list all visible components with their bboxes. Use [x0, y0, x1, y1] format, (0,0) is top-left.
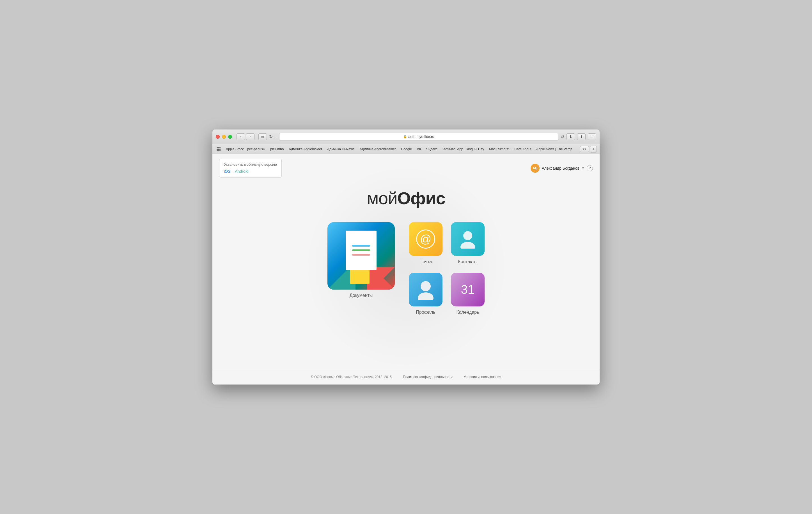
bookmark-applenews-verge[interactable]: Apple News | The Verge	[534, 146, 575, 152]
share-icon: ⬆	[580, 135, 583, 139]
page-footer: © ООО «Новые Облачные Технологии», 2013–…	[212, 369, 600, 384]
lock-icon: 🔒	[403, 135, 407, 138]
address-bar-area: ↻ ↓ 🔒 auth.myoffice.ru ↺	[269, 133, 564, 141]
fullscreen-button[interactable]	[228, 135, 232, 139]
fullscreen-icon: ⊡	[590, 135, 593, 139]
download-button[interactable]: ⬇	[567, 133, 575, 140]
mail-label: Почта	[419, 259, 432, 264]
dropdown-arrow[interactable]: ▼	[582, 167, 584, 170]
contacts-label: Контакты	[458, 259, 477, 264]
calendar-label: Календарь	[457, 310, 479, 315]
bookmarks-bar: Apple (Росс…рес-релизы picjumbo Админка …	[212, 144, 600, 154]
bookmark-picjumbo[interactable]: picjumbo	[268, 146, 286, 152]
fullscreen-toggle-button[interactable]: ⊡	[588, 133, 596, 140]
svg-rect-2	[220, 147, 221, 148]
documents-label: Документы	[350, 293, 373, 298]
svg-rect-5	[220, 148, 221, 150]
mac-window: ‹ › ⊞ ↻ ↓ 🔒 auth.myoffice.ru ↺ ⬇ ⬆	[212, 130, 600, 384]
download-icon[interactable]: ↓	[275, 135, 277, 139]
back-button[interactable]: ‹	[236, 133, 245, 140]
docs-paper	[346, 231, 377, 270]
svg-rect-7	[218, 150, 219, 151]
at-circle: @	[416, 229, 435, 249]
install-mobile-box: Установить мобильную версию iOS Android	[219, 159, 282, 178]
docs-line-2	[352, 249, 370, 251]
traffic-lights	[216, 135, 232, 139]
ios-link[interactable]: iOS	[224, 168, 230, 174]
bookmark-yandex[interactable]: Яндекс	[424, 146, 440, 152]
add-bookmark-button[interactable]: +	[590, 146, 597, 153]
title-bar: ‹ › ⊞ ↻ ↓ 🔒 auth.myoffice.ru ↺ ⬇ ⬆	[212, 130, 600, 144]
profile-icon	[409, 273, 442, 306]
install-title: Установить мобильную версию	[224, 162, 277, 167]
install-links: iOS Android	[224, 168, 277, 174]
bookmark-more-area: >> +	[580, 146, 597, 153]
app-card-profile[interactable]: Профиль	[409, 273, 442, 315]
help-button[interactable]: ?	[587, 165, 593, 171]
page-content: Установить мобильную версию iOS Android …	[212, 154, 600, 384]
person-icon	[459, 229, 476, 249]
app-card-calendar[interactable]: 31 Календарь	[451, 273, 485, 315]
copyright-text: © ООО «Новые Облачные Технологии», 2013–…	[311, 375, 392, 379]
bookmark-hinews-admin[interactable]: Админка Hi-News	[325, 146, 357, 152]
terms-link[interactable]: Условия использования	[464, 375, 501, 379]
android-link[interactable]: Android	[235, 168, 248, 174]
contacts-icon	[451, 222, 485, 256]
bookmark-9to5mac[interactable]: 9to5Mac: App…king All Day	[440, 146, 486, 152]
right-apps-grid: @ Почта Контакты	[409, 222, 485, 315]
share-button[interactable]: ⬆	[577, 133, 586, 140]
bookmark-more-button[interactable]: >>	[580, 146, 589, 152]
svg-rect-6	[216, 150, 218, 151]
apps-grid-icon[interactable]	[215, 146, 222, 153]
close-button[interactable]	[216, 135, 220, 139]
apps-layout: Документы @ Почта	[327, 222, 485, 315]
address-bar[interactable]: 🔒 auth.myoffice.ru	[279, 133, 558, 141]
url-text: auth.myoffice.ru	[408, 135, 434, 139]
page-top-bar: Установить мобильную версию iOS Android …	[212, 154, 600, 180]
svg-point-12	[418, 292, 434, 300]
tab-overview-icon: ⊞	[261, 135, 264, 139]
forward-button[interactable]: ›	[246, 133, 255, 140]
history-icon[interactable]: ↻	[269, 134, 273, 139]
profile-person-icon	[417, 279, 435, 300]
app-card-contacts[interactable]: Контакты	[451, 222, 485, 264]
bookmark-vk[interactable]: ВК	[415, 146, 424, 152]
bookmark-google[interactable]: Google	[399, 146, 414, 152]
user-area: АБ Александр Богданов ▼ ?	[530, 164, 593, 173]
documents-icon	[327, 222, 395, 290]
back-icon: ‹	[240, 135, 241, 139]
calendar-number: 31	[461, 282, 475, 297]
at-sign: @	[420, 233, 432, 245]
app-card-documents[interactable]: Документы	[327, 222, 395, 298]
nav-buttons: ‹ ›	[236, 133, 255, 140]
mail-icon: @	[409, 222, 442, 256]
bookmark-macrumors[interactable]: Mac Rumors: … Care About	[487, 146, 533, 152]
reload-button[interactable]: ↺	[560, 134, 564, 139]
forward-icon: ›	[250, 135, 251, 139]
docs-line-3	[352, 254, 370, 255]
svg-rect-0	[216, 147, 218, 148]
svg-rect-3	[216, 148, 218, 150]
svg-rect-1	[218, 147, 219, 148]
right-controls: ⬇ ⬆ ⊡	[567, 133, 596, 140]
user-name: Александр Богданов	[542, 166, 579, 170]
profile-label: Профиль	[416, 310, 435, 315]
app-title-light: мой	[367, 188, 397, 208]
svg-rect-8	[220, 150, 221, 151]
download2-icon: ⬇	[569, 135, 572, 139]
bookmark-appleinsider-admin[interactable]: Админка AppleInsider	[287, 146, 324, 152]
tab-overview-button[interactable]: ⊞	[258, 133, 267, 140]
svg-point-9	[463, 231, 472, 240]
privacy-link[interactable]: Политика конфиденциальности	[403, 375, 453, 379]
app-card-mail[interactable]: @ Почта	[409, 222, 442, 264]
avatar: АБ	[530, 164, 540, 173]
bookmark-androidinsider-admin[interactable]: Админка AndroidInsider	[357, 146, 399, 152]
main-content: мойОфис	[212, 180, 600, 369]
docs-line-1	[352, 245, 370, 247]
calendar-icon: 31	[451, 273, 485, 306]
app-title-bold: Офис	[397, 188, 445, 208]
svg-point-11	[420, 281, 431, 291]
bookmark-apple[interactable]: Apple (Росс…рес-релизы	[224, 146, 267, 152]
app-title: мойОфис	[367, 188, 445, 208]
minimize-button[interactable]	[222, 135, 226, 139]
